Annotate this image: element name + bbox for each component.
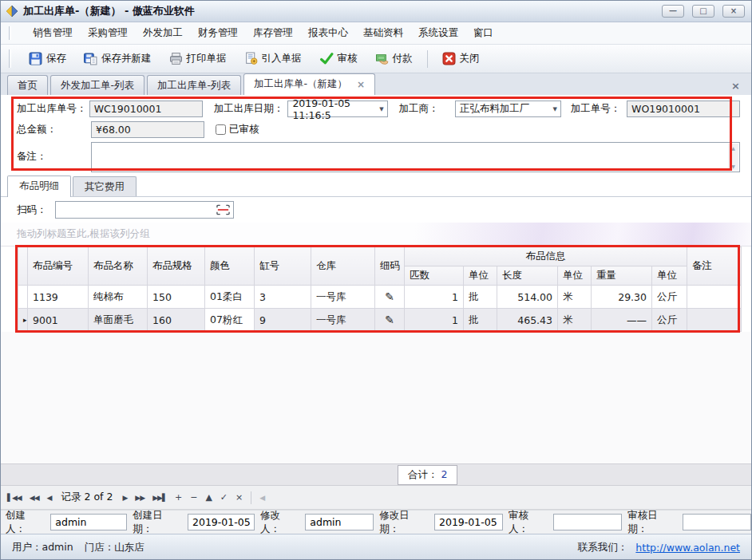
col-header-code[interactable]: 布品编号 (28, 247, 89, 286)
col-header-warehouse[interactable]: 仓库 (311, 247, 375, 286)
audit-button[interactable]: 审核 (313, 49, 364, 69)
menu-item-basedata[interactable]: 基础资料 (363, 26, 403, 40)
cell-length[interactable]: 465.43 (497, 309, 558, 332)
order-no-input[interactable] (89, 101, 203, 117)
col-header-vat[interactable]: 缸号 (255, 247, 311, 286)
scroll-down-icon[interactable]: ▼ (731, 164, 735, 169)
edit-pencil-icon[interactable]: ✎ (375, 309, 405, 332)
maximize-button[interactable]: □ (692, 5, 714, 18)
remark-scrollbar[interactable]: ▲ ▼ (728, 144, 738, 171)
menu-item-sales[interactable]: 销售管理 (33, 26, 73, 40)
col-header-pieces[interactable]: 匹数 (405, 266, 464, 286)
auditor-input[interactable] (553, 514, 622, 530)
cell-length[interactable]: 514.00 (497, 286, 558, 309)
cell-length-unit[interactable]: 米 (558, 286, 592, 309)
cell-code[interactable]: 1139 (28, 286, 89, 309)
nav-delete-icon[interactable]: − (190, 492, 197, 503)
nav-prev-icon[interactable]: ◀ (47, 494, 52, 502)
group-by-panel[interactable]: 拖动列标题至此,根据该列分组 (1, 223, 751, 246)
cell-warehouse[interactable]: 一号库 (311, 309, 375, 332)
processor-combo[interactable]: 正弘布料加工厂 ▼ (455, 101, 561, 117)
hscroll-left-icon[interactable]: ◀ (259, 494, 264, 502)
nav-next-page-icon[interactable]: ▶▶ (135, 494, 144, 502)
col-header-weight[interactable]: 重量 (592, 266, 652, 286)
window-close-button[interactable]: × (722, 5, 745, 18)
cell-vat[interactable]: 9 (255, 309, 311, 332)
cell-spec[interactable]: 160 (148, 309, 205, 332)
panel-close-icon[interactable]: × (731, 80, 745, 95)
print-button[interactable]: 打印单据 (163, 49, 233, 69)
toolbar-grip-handle[interactable] (9, 49, 11, 68)
menu-item-reports[interactable]: 报表中心 (308, 26, 348, 40)
cell-spec[interactable]: 150 (148, 286, 205, 309)
col-header-length-unit[interactable]: 单位 (558, 266, 592, 286)
nav-edit-icon[interactable]: ▲ (205, 492, 212, 503)
col-header-xima[interactable]: 细码 (375, 247, 405, 286)
menu-grip-handle[interactable] (9, 26, 11, 41)
cell-vat[interactable]: 3 (255, 286, 311, 309)
cell-remark[interactable] (687, 286, 742, 309)
cell-color[interactable]: 01柔白 (205, 286, 255, 309)
tab-fabric-detail[interactable]: 布品明细 (7, 175, 71, 197)
col-header-name[interactable]: 布品名称 (89, 247, 148, 286)
create-date-input[interactable] (188, 514, 255, 530)
creator-input[interactable] (50, 514, 127, 530)
cell-pieces[interactable]: 1 (405, 286, 464, 309)
website-link[interactable]: http://www.aolan.net (635, 542, 740, 554)
cell-weight[interactable]: 29.30 (592, 286, 652, 309)
cell-remark[interactable] (687, 309, 742, 332)
menu-item-outsourcing[interactable]: 外发加工 (143, 26, 183, 40)
tab-home[interactable]: 首页 (7, 75, 48, 95)
nav-last-icon[interactable]: ▶▶▌ (152, 494, 167, 502)
col-header-remark[interactable]: 备注 (687, 247, 742, 286)
payment-button[interactable]: 付款 (369, 49, 419, 69)
audit-date-input[interactable] (683, 514, 751, 530)
cell-weight[interactable]: —— (592, 309, 652, 332)
cell-pieces[interactable]: 1 (405, 309, 464, 332)
scroll-up-icon[interactable]: ▲ (731, 145, 735, 151)
cell-code[interactable]: 9001 (28, 309, 89, 332)
cell-name[interactable]: 单面磨毛 (89, 309, 148, 332)
cell-weight-unit[interactable]: 公斤 (652, 286, 687, 309)
menu-item-window[interactable]: 窗口 (473, 26, 493, 40)
menu-item-finance[interactable]: 财务管理 (198, 26, 238, 40)
col-header-pieces-unit[interactable]: 单位 (464, 266, 497, 286)
work-order-input[interactable] (627, 101, 740, 117)
cell-weight-unit[interactable]: 公斤 (652, 309, 687, 332)
cell-color[interactable]: 07粉红 (205, 309, 255, 332)
col-header-color[interactable]: 颜色 (205, 247, 255, 286)
minimize-button[interactable]: — (662, 5, 684, 18)
nav-first-icon[interactable]: ▌◀◀ (7, 494, 22, 502)
nav-post-icon[interactable]: ✓ (220, 492, 228, 503)
menu-item-inventory[interactable]: 库存管理 (253, 26, 293, 40)
scan-input[interactable] (56, 202, 233, 218)
tab-outbound-new[interactable]: 加工出库单-（新建） × (243, 73, 375, 95)
tab-other-fees[interactable]: 其它费用 (73, 176, 137, 196)
import-document-button[interactable]: 引入单据 (238, 49, 308, 69)
remark-textarea[interactable] (92, 143, 739, 172)
cell-name[interactable]: 纯棉布 (89, 286, 148, 309)
modify-date-input[interactable] (434, 514, 503, 530)
cell-pieces-unit[interactable]: 批 (464, 309, 497, 332)
close-document-button[interactable]: 关闭 (436, 49, 486, 69)
nav-prev-page-icon[interactable]: ◀◀ (30, 494, 39, 502)
tab-close-icon[interactable]: × (357, 79, 365, 90)
col-group-fabric-info[interactable]: 布品信息 (405, 247, 687, 266)
audited-checkbox[interactable] (216, 124, 226, 135)
col-header-weight-unit[interactable]: 单位 (652, 266, 687, 286)
tab-outsourcing-list[interactable]: 外发加工单-列表 (50, 75, 144, 95)
nav-cancel-icon[interactable]: × (235, 492, 243, 503)
nav-append-icon[interactable]: + (175, 492, 182, 503)
save-and-new-button[interactable]: 保存并新建 (77, 49, 158, 69)
menu-item-purchase[interactable]: 采购管理 (88, 26, 128, 40)
cell-length-unit[interactable]: 米 (558, 309, 592, 332)
cell-warehouse[interactable]: 一号库 (311, 286, 375, 309)
cell-pieces-unit[interactable]: 批 (464, 286, 497, 309)
modifier-input[interactable] (305, 514, 374, 530)
edit-pencil-icon[interactable]: ✎ (375, 286, 405, 309)
col-header-spec[interactable]: 布品规格 (148, 247, 205, 286)
nav-next-icon[interactable]: ▶ (122, 494, 127, 502)
col-header-length[interactable]: 长度 (497, 266, 558, 286)
total-amount-input[interactable] (91, 121, 204, 138)
menu-item-settings[interactable]: 系统设置 (418, 26, 458, 40)
